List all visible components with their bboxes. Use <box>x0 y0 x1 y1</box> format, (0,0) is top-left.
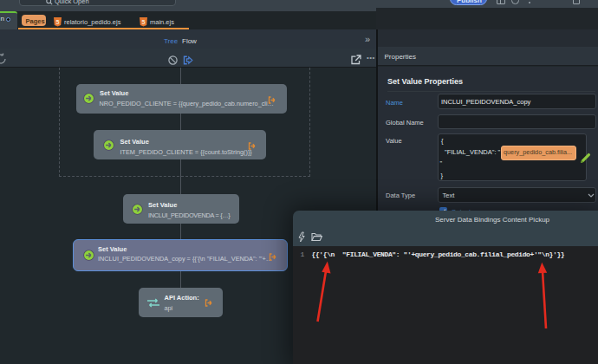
svg-text:5: 5 <box>56 19 60 25</box>
svg-text:5: 5 <box>142 19 146 25</box>
